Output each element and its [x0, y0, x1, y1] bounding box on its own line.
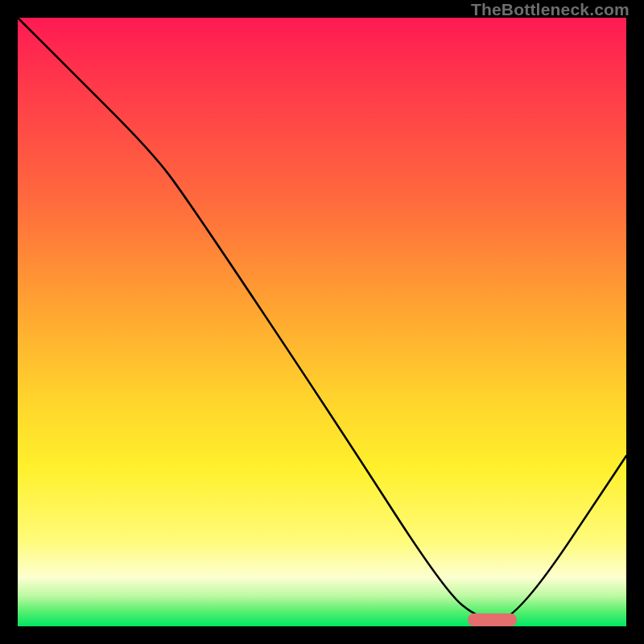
- chart-frame: TheBottleneck.com: [0, 0, 644, 644]
- optimal-marker: [468, 613, 516, 626]
- bottleneck-curve: [18, 18, 626, 626]
- watermark-text: TheBottleneck.com: [471, 0, 630, 19]
- curve-path: [18, 18, 626, 620]
